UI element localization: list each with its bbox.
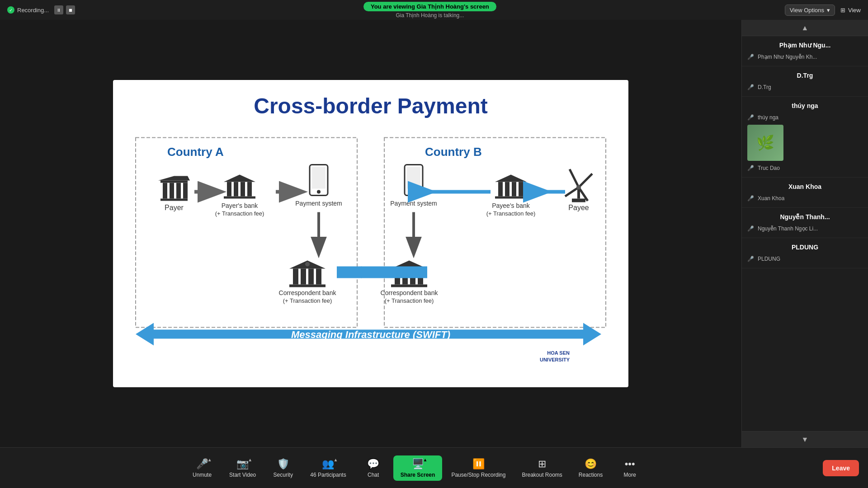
svg-text:Messaging Infrastructure (SWIF: Messaging Infrastructure (SWIFT) <box>291 329 450 340</box>
participant-group: PLDUNG 🎤 PLDUNG <box>742 238 868 268</box>
breakout-icon: ⊞ <box>538 458 546 470</box>
svg-rect-30 <box>293 269 298 285</box>
svg-rect-47 <box>495 197 527 199</box>
view-grid-button[interactable]: ⊞ View <box>840 7 861 14</box>
svg-text:Correspondent bank: Correspondent bank <box>381 289 439 296</box>
svg-text:Country B: Country B <box>425 145 482 159</box>
chat-label: Chat <box>368 472 379 478</box>
pause-recording-button[interactable]: ⏸️ Pause/Stop Recording <box>444 455 513 481</box>
grid-icon: ⊞ <box>840 7 845 14</box>
more-icon: ••• <box>625 458 635 470</box>
slide-container: Cross-border Payment Country A Country B <box>113 80 628 387</box>
toolbar-items: 🎤 ▲ Unmute 📷 ▲ Start Video 🛡️ Security 👥… <box>9 455 823 481</box>
breakout-label: Breakout Rooms <box>522 472 562 478</box>
pause-recording-label: Pause/Stop Recording <box>451 472 505 478</box>
view-options-button[interactable]: View Options ▾ <box>785 5 835 16</box>
unmute-button[interactable]: 🎤 ▲ Unmute <box>184 455 220 481</box>
security-button[interactable]: 🛡️ Security <box>265 455 301 481</box>
participant-header: Nguyễn Thanh... <box>742 211 868 222</box>
reactions-icon: 😊 <box>585 458 597 470</box>
video-chevron: ▲ <box>248 457 252 462</box>
participant-group: thúy nga 🎤 thúy nga 🌿 🎤 Truc Dao <box>742 97 868 178</box>
diagram-area: Country A Country B <box>131 132 610 374</box>
svg-rect-7 <box>170 183 174 199</box>
chevron-down-icon: ▼ <box>802 436 809 444</box>
svg-line-53 <box>579 174 592 188</box>
svg-rect-64 <box>391 285 427 287</box>
start-video-button[interactable]: 📷 ▲ Start Video <box>222 455 263 481</box>
top-bar: ✓ Recording... ⏸ ⏹ You are viewing Gia T… <box>0 0 868 20</box>
svg-line-52 <box>570 169 579 188</box>
svg-rect-32 <box>308 269 314 285</box>
participant-row: 🎤 Nguyễn Thanh Ngọc Li... <box>742 224 868 233</box>
svg-text:Correspondent bank: Correspondent bank <box>279 289 337 296</box>
main-content: Cross-border Payment Country A Country B <box>0 20 868 447</box>
svg-text:HOA SEN: HOA SEN <box>547 350 570 356</box>
svg-point-39 <box>412 190 415 194</box>
svg-point-29 <box>305 262 310 267</box>
chevron-down-icon: ▾ <box>827 7 830 14</box>
mic-muted-icon: 🎤 <box>747 256 754 262</box>
talking-text: Gia Thịnh Hoàng is talking... <box>396 12 464 19</box>
pause-record-btn[interactable]: ⏸ <box>54 5 63 14</box>
more-label: More <box>624 472 636 478</box>
svg-rect-43 <box>498 182 503 197</box>
chat-button[interactable]: 💬 Chat <box>355 455 392 481</box>
top-bar-right: View Options ▾ ⊞ View <box>785 5 861 16</box>
participant-header: Phạm Như Ngu... <box>742 40 868 51</box>
participant-sub-name: PLDUNG <box>758 256 780 262</box>
bottom-toolbar: 🎤 ▲ Unmute 📷 ▲ Start Video 🛡️ Security 👥… <box>0 447 868 488</box>
svg-rect-16 <box>227 182 231 197</box>
panel-expand-button[interactable]: ▼ <box>742 431 868 447</box>
svg-point-25 <box>317 190 321 194</box>
svg-rect-31 <box>301 269 306 285</box>
svg-text:(+ Transaction fee): (+ Transaction fee) <box>283 297 332 304</box>
participant-row: 🎤 Phạm Như Nguyễn Kh... <box>742 52 868 61</box>
svg-rect-24 <box>312 167 326 189</box>
svg-text:(+ Transaction fee): (+ Transaction fee) <box>215 210 264 217</box>
view-options-label: View Options <box>790 7 824 14</box>
participant-row: 🎤 thúy nga <box>742 113 868 122</box>
record-dot: ✓ <box>7 6 14 14</box>
svg-rect-18 <box>241 182 245 197</box>
share-screen-chevron: ▲ <box>423 457 428 462</box>
svg-line-55 <box>565 188 579 197</box>
record-indicator: ✓ Recording... <box>7 6 49 14</box>
mic-muted-icon: 🎤 <box>747 225 754 232</box>
panel-collapse-button[interactable]: ▲ <box>742 20 868 36</box>
participant-group: Nguyễn Thanh... 🎤 Nguyễn Thanh Ngọc Li..… <box>742 208 868 238</box>
svg-rect-44 <box>505 182 509 197</box>
svg-rect-46 <box>519 182 523 197</box>
svg-text:Payer: Payer <box>165 204 184 211</box>
share-screen-button[interactable]: 🖥️ ▲ Share Screen <box>393 455 443 481</box>
participants-button[interactable]: 👥 ▲ 46 Participants <box>303 455 353 481</box>
participant-group: Xuan Khoa 🎤 Xuan Khoa <box>742 178 868 208</box>
participant-row: 🎤 D.Trg <box>742 83 868 92</box>
top-bar-center: You are viewing Gia Thịnh Hoàng's screen… <box>363 2 496 19</box>
svg-text:Payment system: Payment system <box>295 200 342 207</box>
mic-muted-icon: 🎤 <box>747 114 754 121</box>
leave-button[interactable]: Leave <box>823 460 859 476</box>
svg-marker-42 <box>495 175 527 182</box>
participant-header: PLDUNG <box>742 242 868 253</box>
svg-text:Payment system: Payment system <box>390 200 437 207</box>
svg-rect-19 <box>247 182 252 197</box>
breakout-rooms-button[interactable]: ⊞ Breakout Rooms <box>514 455 569 481</box>
participant-group: D.Trg 🎤 D.Trg <box>742 66 868 97</box>
stop-record-btn[interactable]: ⏹ <box>66 5 75 14</box>
svg-rect-57 <box>572 199 585 202</box>
participant-header: thúy nga <box>742 100 868 111</box>
unmute-chevron: ▲ <box>208 457 212 462</box>
top-bar-left: ✓ Recording... ⏸ ⏹ <box>7 5 75 14</box>
start-video-label: Start Video <box>229 472 256 478</box>
reactions-button[interactable]: 😊 Reactions <box>571 455 610 481</box>
participants-panel: ▲ Phạm Như Ngu... 🎤 Phạm Như Nguyễn Kh..… <box>741 20 868 447</box>
more-button[interactable]: ••• More <box>612 455 648 481</box>
svg-rect-6 <box>163 183 167 199</box>
participant-sub-name: Phạm Như Nguyễn Kh... <box>758 54 817 60</box>
slide-title: Cross-border Payment <box>254 94 487 118</box>
viewing-banner: You are viewing Gia Thịnh Hoàng's screen <box>363 2 496 11</box>
participant-sub-name: Nguyễn Thanh Ngọc Li... <box>758 225 818 232</box>
svg-text:Country A: Country A <box>167 145 224 159</box>
view-label: View <box>848 7 861 14</box>
